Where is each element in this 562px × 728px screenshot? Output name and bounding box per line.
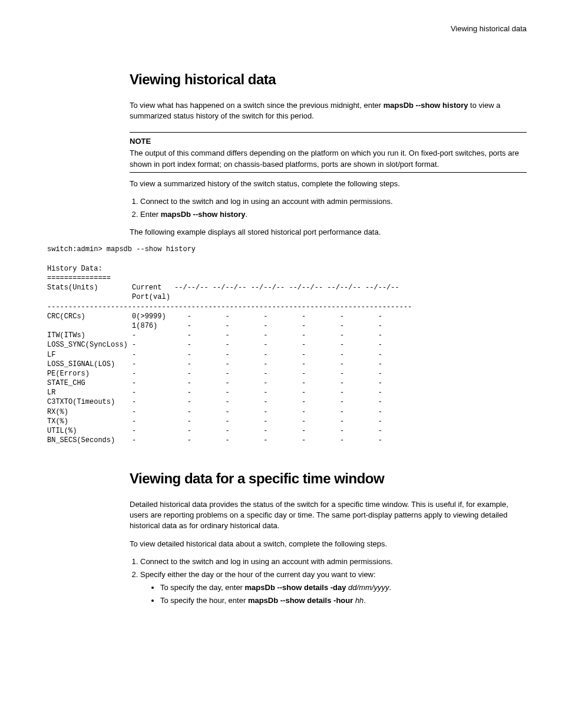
bullet2-cmd: mapsDb --show details -hour: [248, 596, 353, 605]
bullet2-post: .: [363, 596, 366, 605]
bullet1-pre: To specify the day, enter: [160, 583, 245, 592]
bullet-item: To specify the day, enter mapsDb --show …: [160, 582, 527, 593]
section-title-historical: Viewing historical data: [130, 70, 527, 90]
step-item: Specify either the day or the hour of th…: [140, 569, 527, 607]
terminal-output: switch:admin> mapsdb --show history Hist…: [47, 245, 527, 445]
steps-list-1: Connect to the switch and log in using a…: [130, 196, 527, 220]
step2-cmd: mapsDb --show history: [161, 210, 246, 219]
example-lead: The following example displays all store…: [130, 227, 527, 238]
bullet1-post: .: [389, 583, 391, 592]
step-item: Connect to the switch and log in using a…: [140, 196, 527, 207]
step2-post: .: [245, 210, 247, 219]
bullet-item: To specify the hour, enter mapsDb --show…: [160, 595, 527, 606]
section-title-timewindow: Viewing data for a specific time window: [130, 469, 527, 489]
steps-intro-1: To view a summarized history of the swit…: [130, 179, 527, 189]
bullet1-arg: dd/mm/yyyy: [346, 583, 389, 592]
step2-text: Specify either the day or the hour of th…: [140, 570, 376, 579]
bullet1-cmd: mapsDb --show details -day: [245, 583, 346, 592]
section1-intro-cmd: mapsDb --show history: [384, 101, 468, 110]
section2-intro: Detailed historical data provides the st…: [130, 499, 527, 532]
note-block: NOTE The output of this command differs …: [130, 132, 527, 173]
step2-pre: Enter: [140, 210, 161, 219]
bullet2-pre: To specify the hour, enter: [160, 596, 248, 605]
bullet2-arg: hh: [353, 596, 363, 605]
section1-intro-pre: To view what has happened on a switch si…: [130, 101, 384, 110]
step-item: Connect to the switch and log in using a…: [140, 556, 527, 567]
sub-bullets: To specify the day, enter mapsDb --show …: [151, 582, 527, 606]
steps-list-2: Connect to the switch and log in using a…: [130, 556, 527, 607]
running-header: Viewing historical data: [47, 24, 527, 34]
note-label: NOTE: [130, 136, 527, 147]
steps-intro-2: To view detailed historical data about a…: [130, 539, 527, 549]
step-item: Enter mapsDb --show history.: [140, 209, 527, 220]
note-body: The output of this command differs depen…: [130, 148, 527, 169]
section1-intro: To view what has happened on a switch si…: [130, 100, 527, 121]
